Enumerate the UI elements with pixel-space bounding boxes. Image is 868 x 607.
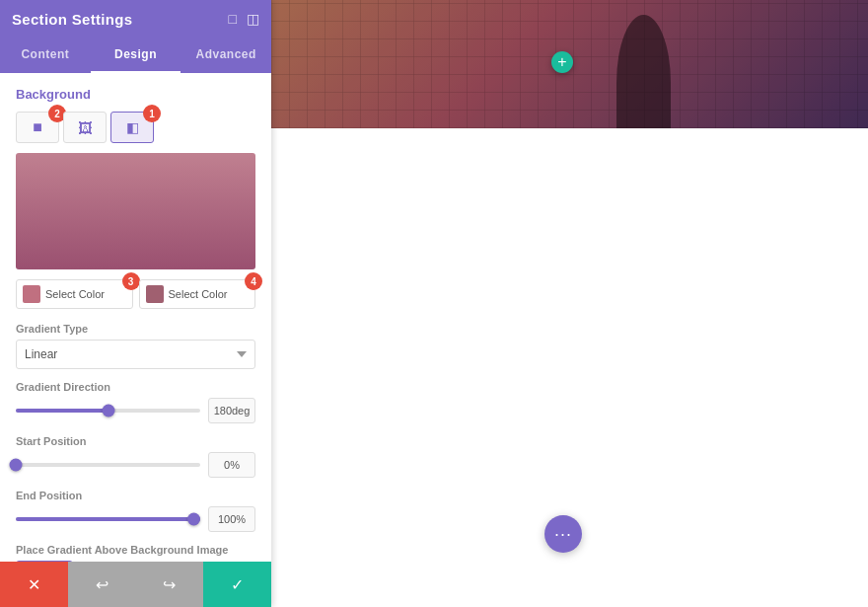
redo-icon: ↪ [163, 575, 176, 594]
image-icon: 🖼 [78, 119, 93, 136]
panel-body: Background ■ 2 🖼 ◧ 1 Select Color [0, 73, 271, 607]
tab-content[interactable]: Content [0, 38, 91, 73]
add-section-button[interactable]: + [551, 51, 573, 73]
gradient-direction-track[interactable] [16, 409, 200, 413]
plus-icon: + [557, 54, 566, 70]
bg-type-gradient[interactable]: ◧ 1 [110, 112, 154, 143]
options-button[interactable]: ··· [544, 515, 582, 553]
start-position-thumb[interactable] [10, 459, 23, 472]
canvas-area: + ··· [271, 0, 868, 607]
start-position-slider-row: 0% [16, 452, 255, 478]
color-swatch-2 [146, 285, 164, 303]
color-stop-2-label: Select Color [169, 288, 228, 300]
gradient-direction-slider-row: 180deg [16, 398, 255, 423]
start-position-label: Start Position [16, 435, 255, 447]
cancel-button[interactable]: ✕ [0, 562, 68, 607]
solid-icon: ■ [33, 118, 42, 136]
end-position-field: End Position 100% [16, 490, 255, 532]
gradient-type-select[interactable]: Linear Radial [16, 340, 255, 369]
start-position-field: Start Position 0% [16, 435, 255, 478]
undo-button[interactable]: ↩ [68, 562, 136, 607]
save-button[interactable]: ✓ [203, 562, 271, 607]
place-gradient-label: Place Gradient Above Background Image [16, 544, 255, 556]
gradient-preview [16, 153, 255, 269]
color-stop-2[interactable]: Select Color 4 [139, 279, 256, 309]
badge-color-2: 4 [245, 272, 262, 290]
gradient-direction-label: Gradient Direction [16, 381, 255, 393]
end-position-value: 100% [208, 506, 255, 532]
settings-panel: Section Settings □ ◫ Content Design Adva… [0, 0, 271, 607]
three-dots-icon: ··· [554, 524, 572, 545]
bg-type-image[interactable]: 🖼 [63, 112, 107, 143]
tab-bar: Content Design Advanced [0, 38, 271, 73]
gradient-direction-field: Gradient Direction 180deg [16, 381, 255, 423]
panel-title: Section Settings [12, 11, 132, 28]
header-icons: □ ◫ [229, 11, 259, 27]
end-position-fill [16, 517, 200, 521]
end-position-label: End Position [16, 490, 255, 501]
color-stops-row: Select Color 3 Select Color 4 [16, 279, 255, 309]
panel-header: Section Settings □ ◫ [0, 0, 271, 38]
gradient-icon: ◧ [126, 119, 139, 135]
gradient-direction-value: 180deg [208, 398, 255, 423]
color-swatch-1 [23, 285, 40, 303]
badge-color-1: 3 [122, 272, 140, 290]
tab-design[interactable]: Design [91, 38, 181, 73]
end-position-thumb[interactable] [187, 513, 200, 526]
tab-advanced[interactable]: Advanced [181, 38, 271, 73]
gradient-direction-thumb[interactable] [102, 405, 114, 417]
expand-icon[interactable]: □ [229, 11, 237, 27]
undo-icon: ↩ [96, 575, 108, 594]
bg-type-solid[interactable]: ■ 2 [16, 112, 59, 143]
cancel-icon: ✕ [28, 575, 40, 594]
bg-type-row: ■ 2 🖼 ◧ 1 [16, 112, 255, 143]
gradient-direction-fill [16, 409, 108, 413]
start-position-value: 0% [208, 452, 255, 478]
badge-gradient: 1 [143, 105, 161, 122]
save-icon: ✓ [231, 575, 244, 594]
color-stop-1[interactable]: Select Color 3 [16, 279, 133, 309]
end-position-track[interactable] [16, 517, 200, 521]
panel-footer: ✕ ↩ ↪ ✓ [0, 562, 271, 607]
end-position-slider-row: 100% [16, 506, 255, 532]
background-label: Background [16, 87, 255, 102]
gradient-type-field: Gradient Type Linear Radial [16, 323, 255, 369]
gradient-type-label: Gradient Type [16, 323, 255, 335]
color-stop-1-label: Select Color [45, 288, 105, 300]
redo-button[interactable]: ↪ [136, 562, 204, 607]
columns-icon[interactable]: ◫ [247, 11, 259, 27]
start-position-track[interactable] [16, 463, 200, 467]
